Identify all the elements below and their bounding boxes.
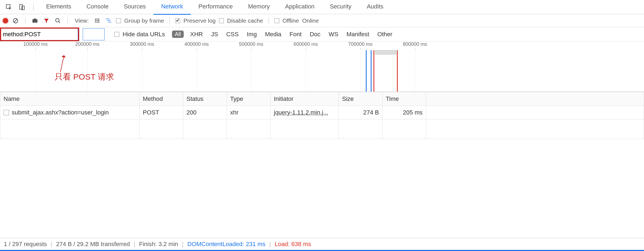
online-dropdown[interactable]: Online — [302, 17, 319, 24]
large-rows-icon[interactable] — [93, 17, 101, 25]
divider — [25, 17, 25, 24]
device-toolbar-icon[interactable] — [17, 2, 27, 12]
filter-input-highlight — [0, 28, 79, 41]
preserve-log-label: Preserve log — [183, 17, 216, 24]
timeline-marker-blue — [366, 50, 367, 92]
filter-input-extension[interactable] — [83, 28, 105, 40]
initiator-link[interactable]: jquery-1.11.2.min.j... — [274, 109, 328, 116]
status-requests: 1 / 297 requests — [4, 241, 47, 248]
table-row[interactable]: submit_ajax.ashx?action=user_loginPOST20… — [0, 106, 644, 119]
status-transferred: 274 B / 29.2 MB transferred — [56, 241, 130, 248]
filter-type-manifest[interactable]: Manifest — [345, 31, 371, 38]
timeline-gridline — [87, 49, 88, 92]
group-by-frame-checkbox[interactable]: Group by frame — [116, 17, 164, 24]
tab-memory[interactable]: Memory — [241, 0, 277, 15]
filter-type-other[interactable]: Other — [376, 31, 394, 38]
filter-type-font[interactable]: Font — [288, 31, 303, 38]
network-toolbar: View: Group by frame Preserve log Disabl… — [0, 14, 644, 27]
table-header-row: NameMethodStatusTypeInitiatorSizeTime — [0, 92, 644, 106]
tab-console[interactable]: Console — [79, 0, 116, 15]
filter-type-xhr[interactable]: XHR — [189, 31, 204, 38]
timeline-marker-red — [373, 50, 374, 92]
column-header-waterfall[interactable] — [426, 92, 644, 106]
filter-type-img[interactable]: Img — [245, 31, 259, 38]
filter-type-doc[interactable]: Doc — [308, 31, 322, 38]
timeline-tick: 400000 ms — [184, 41, 209, 47]
request-name: submit_ajax.ashx?action=user_login — [12, 109, 109, 116]
timeline-marker-blue — [371, 50, 372, 92]
timeline-tick: 600000 ms — [293, 41, 318, 47]
cell-method: POST — [140, 106, 183, 119]
capture-screenshots-icon[interactable] — [31, 17, 39, 25]
cell-status: 200 — [183, 106, 227, 119]
column-header-initiator[interactable]: Initiator — [271, 92, 339, 106]
cell-type: xhr — [227, 106, 271, 119]
file-icon — [4, 110, 9, 115]
column-header-size[interactable]: Size — [339, 92, 382, 106]
svg-rect-11 — [95, 20, 97, 21]
filter-type-js[interactable]: JS — [209, 31, 220, 38]
svg-point-7 — [56, 18, 59, 22]
hide-data-urls-checkbox[interactable]: Hide data URLs — [114, 31, 165, 38]
divider: | — [51, 241, 52, 248]
svg-line-4 — [14, 19, 17, 22]
group-by-frame-label: Group by frame — [124, 17, 164, 24]
tab-audits[interactable]: Audits — [359, 0, 391, 15]
divider — [33, 3, 34, 11]
timeline-tick: 700000 ms — [348, 41, 372, 47]
filter-type-media[interactable]: Media — [263, 31, 283, 38]
timeline-tick: 500000 ms — [239, 41, 263, 47]
tab-application[interactable]: Application — [277, 0, 322, 15]
tab-network[interactable]: Network — [153, 0, 191, 15]
filter-types: AllXHRJSCSSImgMediaFontDocWSManifestOthe… — [172, 31, 394, 38]
svg-rect-13 — [95, 22, 97, 22]
svg-rect-10 — [97, 19, 99, 19]
preserve-log-checkbox[interactable]: Preserve log — [175, 17, 216, 24]
timeline-tick: 800000 ms — [403, 41, 427, 47]
clear-icon[interactable] — [11, 17, 20, 25]
column-header-name[interactable]: Name — [0, 92, 140, 106]
search-icon[interactable] — [54, 17, 62, 25]
record-button[interactable] — [3, 18, 8, 23]
timeline-overview[interactable]: 100000 ms200000 ms300000 ms400000 ms5000… — [0, 41, 644, 92]
requests-table: NameMethodStatusTypeInitiatorSizeTime su… — [0, 92, 644, 139]
svg-line-8 — [59, 21, 60, 23]
hide-data-urls-label: Hide data URLs — [123, 31, 165, 38]
filter-input[interactable] — [1, 29, 78, 40]
svg-rect-17 — [108, 22, 111, 23]
timeline-gridline — [197, 49, 197, 92]
waterfall-overview-icon[interactable] — [105, 17, 113, 25]
divider: | — [269, 241, 271, 248]
offline-checkbox[interactable]: Offline — [274, 17, 299, 24]
filter-type-css[interactable]: CSS — [225, 31, 240, 38]
filter-bar: Hide data URLs AllXHRJSCSSImgMediaFontDo… — [0, 27, 644, 41]
disable-cache-checkbox[interactable]: Disable cache — [219, 17, 263, 24]
svg-rect-14 — [97, 22, 99, 22]
status-bar: 1 / 297 requests | 274 B / 29.2 MB trans… — [0, 238, 644, 251]
tab-sources[interactable]: Sources — [116, 0, 153, 15]
filter-icon[interactable] — [42, 17, 51, 25]
status-load: Load: 638 ms — [275, 241, 311, 248]
timeline-gridline — [360, 49, 361, 92]
tab-performance[interactable]: Performance — [191, 0, 241, 15]
table-row-empty — [0, 119, 644, 139]
timeline-gridline — [142, 49, 142, 92]
filter-type-ws[interactable]: WS — [327, 31, 340, 38]
column-header-time[interactable]: Time — [382, 92, 426, 106]
timeline-request-bar — [375, 50, 396, 55]
svg-rect-5 — [32, 19, 37, 23]
filter-type-all[interactable]: All — [172, 31, 183, 38]
svg-rect-15 — [106, 19, 110, 19]
tab-security[interactable]: Security — [322, 0, 359, 15]
column-header-type[interactable]: Type — [227, 92, 271, 106]
svg-rect-16 — [107, 20, 111, 21]
disable-cache-label: Disable cache — [227, 17, 263, 24]
column-header-method[interactable]: Method — [140, 92, 183, 106]
divider: | — [134, 241, 135, 248]
divider — [170, 17, 170, 24]
inspect-element-icon[interactable] — [4, 2, 14, 12]
divider: | — [182, 241, 184, 248]
view-label: View: — [75, 17, 89, 24]
column-header-status[interactable]: Status — [183, 92, 227, 106]
tab-elements[interactable]: Elements — [38, 0, 79, 15]
